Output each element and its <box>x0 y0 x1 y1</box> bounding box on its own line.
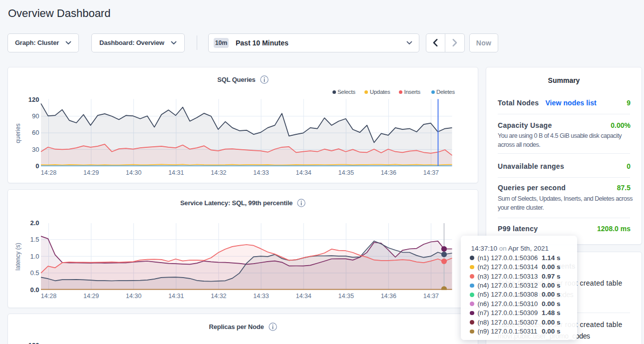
svg-text:14:33: 14:33 <box>253 169 269 176</box>
svg-text:1.0: 1.0 <box>30 253 39 260</box>
svg-text:14:37: 14:37 <box>423 293 439 300</box>
svg-text:30: 30 <box>32 146 39 153</box>
svg-text:14:29: 14:29 <box>83 293 99 300</box>
svg-text:14:28: 14:28 <box>41 169 56 176</box>
svg-text:14:36: 14:36 <box>381 169 396 176</box>
svg-text:14:35: 14:35 <box>338 293 354 300</box>
svg-text:120: 120 <box>28 96 39 103</box>
svg-text:14:28: 14:28 <box>41 293 56 300</box>
svg-text:14:30: 14:30 <box>126 293 141 300</box>
svg-text:0: 0 <box>35 162 39 170</box>
svg-text:90: 90 <box>32 112 39 120</box>
svg-text:14:32: 14:32 <box>211 169 226 176</box>
svg-text:queries: queries <box>14 123 21 143</box>
svg-text:14:31: 14:31 <box>168 169 184 176</box>
svg-text:1.5: 1.5 <box>30 236 39 243</box>
svg-text:latency (s): latency (s) <box>14 243 21 270</box>
svg-text:2.0: 2.0 <box>30 219 39 227</box>
svg-text:0.0: 0.0 <box>30 286 39 294</box>
svg-text:0.5: 0.5 <box>30 269 39 277</box>
svg-text:14:32: 14:32 <box>211 293 226 300</box>
svg-text:14:34: 14:34 <box>296 293 311 300</box>
svg-text:14:30: 14:30 <box>126 169 141 176</box>
svg-text:14:36: 14:36 <box>381 293 396 300</box>
svg-text:14:37: 14:37 <box>423 169 439 176</box>
svg-text:14:34: 14:34 <box>296 169 311 176</box>
svg-text:14:33: 14:33 <box>253 293 269 300</box>
svg-text:14:31: 14:31 <box>168 293 184 300</box>
svg-text:14:29: 14:29 <box>83 169 99 176</box>
svg-text:60: 60 <box>32 129 39 136</box>
svg-text:14:35: 14:35 <box>338 169 354 176</box>
svg-text:120: 120 <box>28 342 39 344</box>
